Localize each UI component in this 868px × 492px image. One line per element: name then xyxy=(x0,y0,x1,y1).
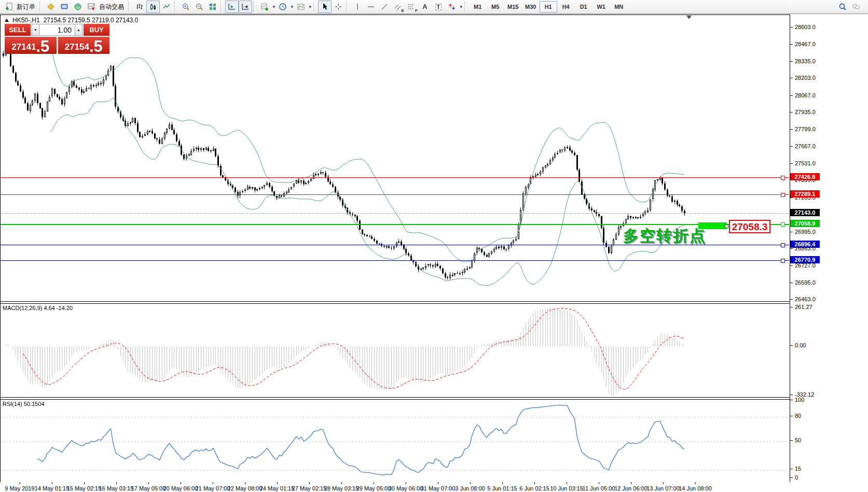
rsi-axis-label: 80 xyxy=(795,413,801,419)
timeframe-M5[interactable]: M5 xyxy=(487,1,504,12)
candlestick-chart-button[interactable] xyxy=(146,1,160,13)
periods-dropdown-caret[interactable]: ▼ xyxy=(290,5,294,9)
auto-scroll-button[interactable] xyxy=(225,1,239,13)
level-handle[interactable] xyxy=(781,243,785,247)
time-tick-mark xyxy=(695,482,696,484)
axis-tick-mark xyxy=(790,44,793,45)
time-tick-label: 11 Jun 05:00 xyxy=(583,485,615,491)
sell-button[interactable]: SELL xyxy=(5,24,31,36)
tile-windows-button[interactable] xyxy=(206,1,219,13)
chart-shift-button[interactable] xyxy=(239,1,252,13)
arrows-button[interactable] xyxy=(445,1,459,13)
search-button[interactable] xyxy=(836,1,849,13)
resistance-level-line[interactable] xyxy=(1,177,789,178)
text-tool-icon: A xyxy=(422,3,427,10)
indicators-button[interactable] xyxy=(258,1,271,13)
price-tag-anchor[interactable] xyxy=(725,224,728,228)
time-tick-label: 15 May 02:15 xyxy=(67,485,102,491)
autotrading-label[interactable]: 自动交易 xyxy=(99,3,124,11)
pivot-level-line[interactable] xyxy=(1,224,789,225)
timeframe-M30[interactable]: M30 xyxy=(522,1,540,12)
templates-button[interactable] xyxy=(294,1,308,13)
timeframe-D1[interactable]: D1 xyxy=(575,1,593,12)
timeframe-M1[interactable]: M1 xyxy=(469,1,487,12)
chart-shift-marker-icon[interactable] xyxy=(686,16,692,19)
buy-button[interactable]: BUY xyxy=(84,24,109,36)
chart-title: HK50-,H1 27154.5 27159.5 27119.0 27143.0 xyxy=(5,17,138,24)
time-tick-mark xyxy=(20,482,20,484)
text-label-button[interactable]: T xyxy=(432,1,445,13)
chart-shift-icon xyxy=(241,3,250,11)
volume-increase-button[interactable]: ▲ xyxy=(75,24,82,36)
macd-canvas[interactable] xyxy=(1,303,790,397)
timeframe-H1[interactable]: H1 xyxy=(540,1,557,12)
new-order-label[interactable]: 新订单 xyxy=(17,3,35,11)
level-handle[interactable] xyxy=(781,259,785,263)
time-tick-mark xyxy=(631,482,631,484)
timeframe-M15[interactable]: M15 xyxy=(504,1,522,12)
time-axis[interactable]: 9 May 201914 May 01:1515 May 02:1516 May… xyxy=(0,482,790,492)
price-chart-canvas[interactable] xyxy=(1,15,790,301)
cursor-button[interactable] xyxy=(318,1,332,13)
timeframe-W1[interactable]: W1 xyxy=(593,1,610,12)
time-tick-label: 14 Jun 08:00 xyxy=(679,485,712,491)
templates-dropdown-caret[interactable]: ▼ xyxy=(308,5,312,9)
indicators-dropdown-caret[interactable]: ▼ xyxy=(272,5,276,9)
sell-price-display[interactable]: 27141 .5 xyxy=(5,37,57,54)
vertical-line-button[interactable] xyxy=(351,1,364,13)
axis-tick-label: 26595.0 xyxy=(795,279,816,286)
text-tool-button[interactable]: A xyxy=(418,1,432,13)
price-axis[interactable]: 28603.028467.028335.028203.028067.027935… xyxy=(790,15,868,492)
buy-price-display[interactable]: 27154 .5 xyxy=(58,37,110,54)
horizontal-line-button[interactable] xyxy=(364,1,378,13)
axis-tick-label: 28603.0 xyxy=(795,24,816,30)
timeframe-H4[interactable]: H4 xyxy=(557,1,575,12)
timeframe-MN[interactable]: MN xyxy=(610,1,628,12)
volume-decrease-button[interactable]: ▼ xyxy=(32,24,39,36)
annotation-text[interactable]: 多空转折点 xyxy=(623,226,706,247)
support-level-line[interactable] xyxy=(1,260,789,261)
auto-scroll-icon xyxy=(228,3,236,11)
time-tick-mark xyxy=(567,482,567,484)
rsi-axis-label: 0 xyxy=(795,474,798,481)
current-level-line[interactable] xyxy=(1,213,789,214)
bar-chart-button[interactable] xyxy=(133,1,146,13)
crosshair-button[interactable] xyxy=(332,1,345,13)
arrows-dropdown-caret[interactable]: ▼ xyxy=(459,5,463,9)
level-handle[interactable] xyxy=(781,193,785,197)
time-tick-mark xyxy=(245,482,245,484)
rsi-canvas[interactable] xyxy=(1,399,790,482)
trendline-button[interactable] xyxy=(378,1,391,13)
separator xyxy=(128,2,131,12)
new-order-button[interactable] xyxy=(2,1,16,13)
level-handle[interactable] xyxy=(781,222,785,227)
zoom-out-button[interactable] xyxy=(192,1,206,13)
terminal-button[interactable] xyxy=(58,1,71,13)
resistance-level-line[interactable] xyxy=(1,194,789,195)
metaeditor-button[interactable] xyxy=(44,1,58,13)
price-tag-label[interactable]: 27058.3 xyxy=(729,220,770,233)
chat-button[interactable] xyxy=(849,1,863,13)
axis-tick-label: 27531.0 xyxy=(795,160,816,166)
line-chart-button[interactable] xyxy=(160,1,173,13)
autotrading-button[interactable] xyxy=(85,1,98,13)
axis-tick-label: 28203.0 xyxy=(795,75,816,81)
time-tick-label: 13 Jun 07:00 xyxy=(646,485,680,491)
channel-button[interactable]: E xyxy=(391,1,405,13)
axis-tick-mark xyxy=(790,265,793,266)
macd-panel: MACD(12,26,9) 4.64 -14.20 xyxy=(1,303,790,397)
volume-input[interactable] xyxy=(39,24,75,36)
axis-tick-mark xyxy=(790,146,793,147)
rsi-axis-tick xyxy=(790,477,793,478)
fibonacci-button[interactable]: F xyxy=(405,1,418,13)
tile-windows-icon xyxy=(209,3,217,11)
macd-axis-label: 261.27 xyxy=(795,304,812,310)
separator xyxy=(253,2,256,12)
separator xyxy=(313,2,316,12)
fibonacci-glyph: F xyxy=(415,8,418,13)
zoom-in-button[interactable] xyxy=(179,1,192,13)
level-handle[interactable] xyxy=(781,176,785,180)
periods-button[interactable] xyxy=(276,1,290,13)
macd-axis-label: 0.00 xyxy=(795,342,806,348)
community-button[interactable] xyxy=(71,1,85,13)
